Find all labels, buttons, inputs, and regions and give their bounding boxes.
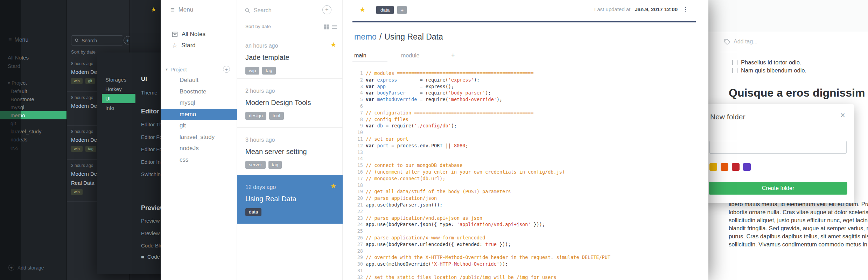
note-list-item[interactable]: 3 hours agoMean server settingservertag [237, 128, 343, 175]
tag-badge[interactable]: design [245, 112, 266, 120]
tag-badge[interactable]: git [85, 78, 95, 84]
note-list-item[interactable]: 12 days ago★Using Real Datadata [237, 175, 343, 224]
sidebar-folder-laravel_study[interactable]: laravel_study [161, 132, 237, 143]
tag-badge[interactable]: data [245, 208, 261, 216]
settings-nav-item-ui[interactable]: UI [102, 94, 135, 103]
note-cards: an hours ago★Jade templatewiptag2 hours … [237, 34, 343, 224]
add-tab-button[interactable]: + [451, 52, 455, 59]
tag-badge[interactable]: tag [268, 161, 282, 169]
tab-main[interactable]: main [354, 52, 366, 59]
line-number: 19 [352, 188, 363, 195]
project-tree-header[interactable]: ▾ Project [166, 65, 187, 74]
code-line: var db = require('./config/db'); [366, 122, 706, 129]
menu-button[interactable]: ≡ Menu [170, 5, 193, 15]
tab-module[interactable]: module [401, 52, 419, 59]
tag-badge[interactable]: wip [245, 67, 259, 75]
add-tag-button[interactable]: + [397, 6, 407, 14]
bg-sidebar-item-starred[interactable]: Stard [8, 61, 20, 71]
tag-badge[interactable]: tag [262, 67, 276, 75]
code-line [366, 228, 706, 234]
note-tags: designtool [245, 112, 334, 120]
settings-nav-item-storages[interactable]: Storages [102, 75, 135, 84]
line-number: 3 [352, 83, 363, 90]
note-list-item[interactable]: 2 hours agoModern Design Toolsdesigntool [237, 79, 343, 128]
bg-search-input[interactable]: Search [71, 35, 123, 46]
list-view-icon[interactable] [332, 25, 337, 29]
new-folder-dialog: New folder × Create folder [702, 104, 854, 203]
color-swatch[interactable] [732, 163, 740, 171]
bg-folder-item-mysql[interactable]: mysql [0, 103, 66, 111]
star-icon[interactable]: ★ [330, 41, 336, 49]
add-folder-button[interactable]: + [223, 66, 230, 73]
create-folder-button[interactable]: Create folder [709, 182, 847, 195]
new-note-button[interactable]: + [322, 5, 331, 14]
tag-badge[interactable]: wip [71, 78, 83, 84]
sidebar-folder-mysql[interactable]: mysql [161, 97, 237, 109]
folder-list: DefaultBoostnotemysqlmemogitlaravel_stud… [161, 75, 237, 166]
sidebar-folder-git[interactable]: git [161, 120, 237, 132]
bg-folder-item-css[interactable]: css [0, 144, 66, 152]
bg-project-header[interactable]: ▾ Project [0, 79, 66, 87]
breadcrumb-folder[interactable]: memo [354, 32, 377, 41]
bg-folder-item-Default[interactable]: Default [0, 87, 66, 95]
line-number: 32 [352, 274, 363, 280]
bg-add-storage-button[interactable]: + Add storage [8, 265, 44, 271]
sidebar-item-starred[interactable]: ☆ Stard [172, 41, 196, 50]
checkbox[interactable] [732, 68, 737, 73]
settings-title: UI [141, 76, 147, 83]
tag-badge[interactable]: tool [269, 112, 284, 120]
tag-badge[interactable]: tag [85, 146, 96, 152]
star-icon[interactable]: ★ [330, 182, 336, 190]
rw-paragraph: libero mattis metus, id elementum velit … [729, 200, 868, 248]
sidebar-folder-nodeJs[interactable]: nodeJs [161, 143, 237, 154]
sidebar-folder-Boostnote[interactable]: Boostnote [161, 86, 237, 98]
checkbox-row[interactable]: Nam quis bibendum odio. [732, 66, 806, 75]
bg-menu-label: Menu [14, 37, 28, 43]
star-icon[interactable]: ★ [359, 6, 365, 14]
line-number: 4 [352, 90, 363, 96]
tag-badge[interactable]: wip [71, 189, 83, 195]
close-icon[interactable]: × [840, 111, 845, 120]
color-swatch[interactable] [709, 163, 717, 171]
star-icon[interactable]: ★ [151, 6, 156, 13]
active-tab-underline [352, 62, 387, 62]
sort-by-label[interactable]: Sort by date [245, 24, 271, 29]
tag-badge[interactable]: wip [71, 146, 83, 152]
line-number: 16 [352, 169, 363, 175]
code-editor[interactable]: // modules =============================… [366, 70, 706, 280]
rw-heading: Quisque a eros dignissim [729, 86, 868, 99]
note-list-item[interactable]: an hours ago★Jade templatewiptag [237, 34, 343, 79]
bg-folder-item-git[interactable]: git [0, 119, 66, 127]
bg-sort-label[interactable]: Sort by date [71, 49, 96, 55]
color-swatch[interactable] [743, 163, 751, 171]
sidebar-folder-css[interactable]: css [161, 154, 237, 166]
code-line: app.use(bodyParser.json()); [366, 202, 706, 208]
kebab-menu-icon[interactable]: ⋮ [682, 5, 689, 13]
line-number: 7 [352, 110, 363, 116]
search-input[interactable]: Search [245, 6, 272, 15]
bg-menu-button[interactable]: ≡ Menu [8, 35, 28, 45]
tag-badge[interactable]: server [245, 161, 266, 169]
bg-folder-item-nodeJs[interactable]: nodeJs [0, 135, 66, 144]
bg-all-notes-label: All Notes [8, 55, 29, 61]
sidebar-folder-Default[interactable]: Default [161, 75, 237, 86]
settings-nav-item-info[interactable]: Info [102, 103, 135, 113]
grid-view-icon[interactable] [324, 24, 329, 29]
note-timestamp: 3 hours ago [245, 137, 334, 143]
tag-chip[interactable]: data [376, 6, 394, 14]
chevron-down-icon: ▾ [166, 67, 168, 72]
note-timestamp: 2 hours ago [245, 88, 334, 94]
sidebar-folder-memo[interactable]: memo [161, 109, 237, 120]
new-folder-name-input[interactable] [709, 141, 847, 154]
color-swatch[interactable] [721, 163, 728, 171]
sidebar-item-all-notes[interactable]: All Notes [172, 29, 205, 39]
settings-nav-item-hotkey[interactable]: Hotkey [102, 84, 135, 94]
line-number: 5 [352, 96, 363, 103]
bg-folder-item-Boostnote[interactable]: Boostnote [0, 95, 66, 103]
checkbox[interactable] [732, 60, 737, 65]
checkbox-row[interactable]: Phasellus id tortor odio. [732, 58, 806, 66]
bg-starred-label: Stard [8, 63, 20, 69]
bg-folder-item-memo[interactable]: memo [0, 111, 66, 119]
bg-folder-item-laravel_study[interactable]: laravel_study [0, 127, 66, 135]
add-tag-input[interactable]: Add tag... [724, 36, 758, 47]
